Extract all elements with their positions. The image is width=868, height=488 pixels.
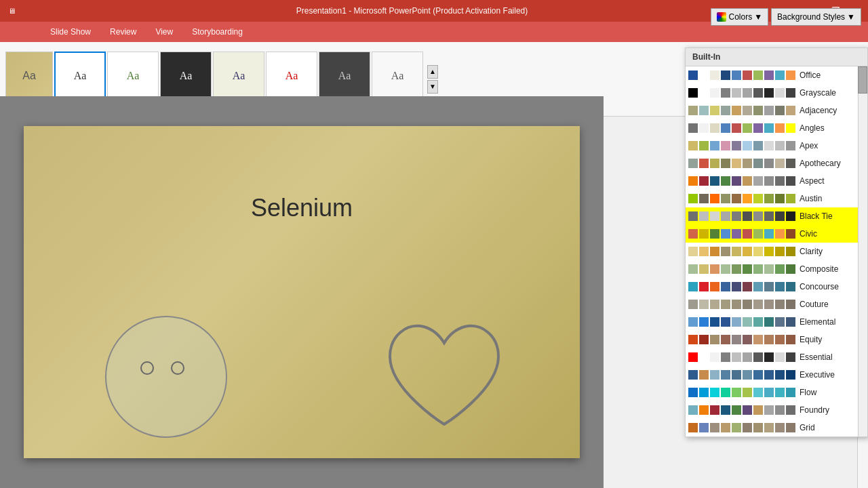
color-swatch (743, 264, 752, 274)
color-row-essential[interactable]: Essential (686, 348, 867, 366)
color-swatch (753, 106, 763, 115)
color-swatch (721, 123, 730, 133)
color-row-grayscale[interactable]: Grayscale (686, 84, 867, 102)
color-swatch (699, 335, 709, 344)
color-row-name: Essential (800, 352, 865, 362)
color-swatch (721, 423, 730, 432)
color-swatch (753, 229, 763, 239)
color-swatch (786, 229, 795, 239)
color-swatch (710, 423, 719, 432)
color-row-austin[interactable]: Austin (686, 190, 867, 207)
color-swatch (753, 141, 763, 150)
color-row-grid[interactable]: Grid (686, 419, 867, 436)
color-swatch (786, 423, 795, 432)
color-row-apex[interactable]: Apex (686, 137, 867, 155)
color-row-aspect[interactable]: Aspect (686, 172, 867, 190)
color-swatch (721, 211, 730, 221)
color-row-name: Foundry (800, 405, 865, 415)
color-row-name: Civic (800, 229, 865, 239)
color-row-clarity[interactable]: Clarity (686, 243, 867, 260)
color-swatch (743, 388, 752, 397)
color-swatch (775, 335, 785, 344)
tab-slide-show[interactable]: Slide Show (41, 22, 100, 42)
color-swatch (721, 247, 730, 256)
app-icon: 🖥 (5, 7, 16, 15)
color-swatch (743, 352, 752, 362)
color-row-equity[interactable]: Equity (686, 331, 867, 348)
color-swatch (721, 405, 730, 415)
color-swatch (786, 211, 795, 221)
color-swatch (743, 141, 752, 150)
color-swatch (743, 176, 752, 186)
color-swatch (786, 159, 795, 168)
color-row-adjacency[interactable]: Adjacency (686, 102, 867, 119)
color-row-executive[interactable]: Executive (686, 366, 867, 384)
color-swatch (786, 88, 795, 98)
color-row-composite[interactable]: Composite (686, 260, 867, 278)
color-swatch (699, 300, 709, 309)
tab-review[interactable]: Review (100, 22, 146, 42)
color-swatch (786, 70, 795, 80)
color-row-name: Office (800, 70, 865, 80)
color-row-foundry[interactable]: Foundry (686, 401, 867, 419)
color-swatch (688, 282, 698, 291)
color-row-elemental[interactable]: Elemental (686, 313, 867, 331)
color-row-couture[interactable]: Couture (686, 296, 867, 313)
color-swatch (688, 370, 698, 380)
color-swatch (710, 70, 719, 80)
color-swatch (732, 123, 741, 133)
color-swatch (732, 405, 741, 415)
color-swatch (775, 282, 785, 291)
color-swatch (721, 300, 730, 309)
color-row-name: Flow (800, 388, 865, 397)
color-row-angles[interactable]: Angles (686, 119, 867, 137)
color-swatch (786, 370, 795, 380)
color-swatch (699, 388, 709, 397)
color-swatch (710, 300, 719, 309)
color-swatch (688, 388, 698, 397)
color-swatch (764, 264, 774, 274)
tab-storyboarding[interactable]: Storyboarding (182, 22, 252, 42)
themes-scroll-up[interactable]: ▲ (427, 65, 438, 79)
color-swatch (775, 70, 785, 80)
color-swatch (753, 317, 763, 327)
color-row-black-tie[interactable]: Black Tie (686, 207, 867, 225)
color-list-scrollbar[interactable] (858, 66, 867, 436)
color-swatch (688, 300, 698, 309)
slide-canvas[interactable]: Selenium (24, 126, 580, 458)
color-swatch (775, 194, 785, 203)
color-swatch (764, 388, 774, 397)
color-swatch (775, 229, 785, 239)
color-row-office[interactable]: Office (686, 66, 867, 84)
color-swatch (775, 423, 785, 432)
color-swatch (775, 370, 785, 380)
color-swatch (699, 176, 709, 186)
color-swatch (710, 264, 719, 274)
color-swatch (721, 388, 730, 397)
color-swatch (786, 141, 795, 150)
color-swatch (688, 317, 698, 327)
color-swatch (732, 317, 741, 327)
color-swatch (710, 159, 719, 168)
color-row-apothecary[interactable]: Apothecary (686, 155, 867, 172)
color-swatch (699, 282, 709, 291)
color-row-concourse[interactable]: Concourse (686, 278, 867, 296)
color-swatch (699, 106, 709, 115)
color-swatch (732, 300, 741, 309)
color-swatch (688, 405, 698, 415)
color-swatch (764, 370, 774, 380)
color-row-name: Couture (800, 300, 865, 309)
color-swatch (699, 370, 709, 380)
color-swatch (753, 352, 763, 362)
color-row-name: Apex (800, 141, 865, 150)
color-swatch (721, 317, 730, 327)
color-swatch (699, 229, 709, 239)
tab-view[interactable]: View (146, 22, 182, 42)
themes-scroll-down[interactable]: ▼ (427, 80, 438, 94)
color-swatch (699, 211, 709, 221)
color-row-civic[interactable]: Civic (686, 225, 867, 243)
color-swatch (764, 70, 774, 80)
color-list-scrollbar-thumb[interactable] (858, 66, 867, 94)
color-swatch (732, 229, 741, 239)
color-row-flow[interactable]: Flow (686, 384, 867, 401)
